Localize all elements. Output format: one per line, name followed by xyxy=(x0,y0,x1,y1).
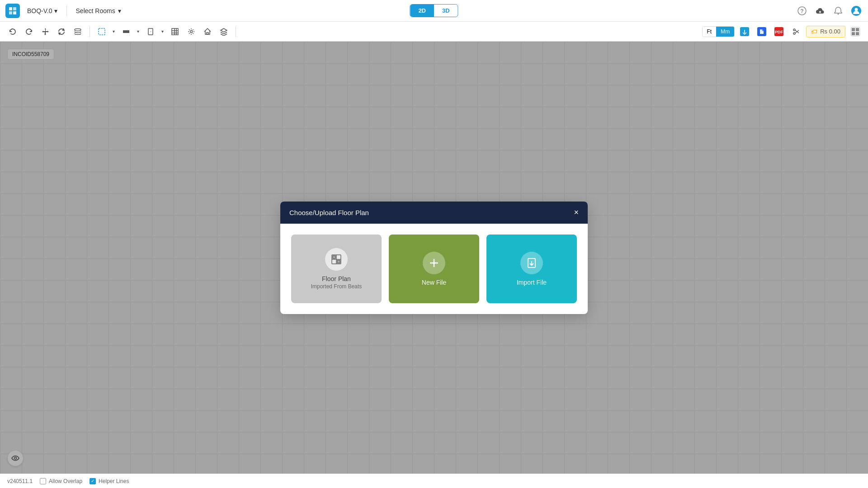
top-right-actions: ? xyxy=(796,5,863,17)
svg-point-18 xyxy=(190,30,193,33)
svg-rect-11 xyxy=(123,30,129,33)
floor-plan-card-subtitle: Imported From Beats xyxy=(311,283,362,290)
boq-selector[interactable]: BOQ-V.0 ▾ xyxy=(24,5,61,16)
helper-lines-checkbox[interactable]: Helper Lines xyxy=(90,478,129,484)
new-file-card-title: New File xyxy=(422,279,446,286)
refresh-button[interactable] xyxy=(54,24,69,39)
svg-point-24 xyxy=(793,29,795,31)
door-tool-dropdown[interactable]: ▾ xyxy=(159,24,166,39)
new-file-card[interactable]: New File xyxy=(389,235,479,303)
cost-icon: 🏷 xyxy=(811,28,817,35)
right-toolbar: Ft Mm PDF xyxy=(702,24,863,39)
svg-rect-1 xyxy=(13,7,16,10)
2d-view-button[interactable]: 2D xyxy=(410,5,434,17)
import-file-card-title: Import File xyxy=(517,279,547,286)
toolbar: ▾ ▾ ▾ xyxy=(0,22,868,42)
floor-plan-card[interactable]: Floor Plan Imported From Beats xyxy=(291,235,382,303)
select-tool-button[interactable] xyxy=(94,24,109,39)
import-file-card[interactable]: Import File xyxy=(486,235,577,303)
door-tool-button[interactable] xyxy=(143,24,158,39)
select-tool-dropdown[interactable]: ▾ xyxy=(110,24,117,39)
svg-rect-31 xyxy=(852,32,855,35)
svg-rect-38 xyxy=(337,260,340,263)
modal-body: Floor Plan Imported From Beats New File xyxy=(280,224,588,314)
cloud-icon[interactable] xyxy=(814,5,826,17)
boq-chevron-icon: ▾ xyxy=(54,7,57,14)
modal-overlay: Choose/Upload Floor Plan × xyxy=(0,42,868,474)
wall-tool-dropdown[interactable]: ▾ xyxy=(134,24,142,39)
allow-overlap-checkbox-box xyxy=(40,478,46,484)
unit-toggle: Ft Mm xyxy=(702,26,735,37)
allow-overlap-checkbox[interactable]: Allow Overlap xyxy=(40,478,82,484)
app-logo xyxy=(5,4,20,18)
modal-title: Choose/Upload Floor Plan xyxy=(289,209,369,216)
layers3d-button[interactable] xyxy=(217,24,231,39)
select-rooms-chevron-icon: ▾ xyxy=(118,7,121,14)
wall-tool-group: ▾ xyxy=(119,24,142,39)
helper-lines-checkbox-box xyxy=(90,478,96,484)
svg-rect-2 xyxy=(9,11,12,14)
svg-point-6 xyxy=(838,13,839,14)
svg-rect-3 xyxy=(13,11,16,14)
svg-rect-37 xyxy=(333,256,335,258)
notification-icon[interactable] xyxy=(832,5,844,17)
help-icon[interactable]: ? xyxy=(796,5,808,17)
import-file-card-icon xyxy=(520,252,543,274)
layers-button[interactable] xyxy=(71,24,85,39)
svg-rect-0 xyxy=(9,7,12,10)
svg-rect-19 xyxy=(207,33,208,34)
svg-text:PDF: PDF xyxy=(775,30,783,34)
svg-text:?: ? xyxy=(800,8,803,14)
svg-rect-10 xyxy=(99,28,105,35)
home-button[interactable] xyxy=(200,24,215,39)
modal-header: Choose/Upload Floor Plan × xyxy=(280,202,588,224)
canvas-area: INCOID558709 Choose/Upload Floor Plan × xyxy=(0,42,868,474)
wall-tool-button[interactable] xyxy=(119,24,133,39)
floor-plan-card-title: Floor Plan xyxy=(322,275,351,282)
svg-rect-30 xyxy=(856,28,859,31)
boq-label: BOQ-V.0 xyxy=(27,7,52,14)
grid-tool-button[interactable] xyxy=(168,24,182,39)
view-panel-button[interactable] xyxy=(848,24,863,39)
3d-view-button[interactable]: 3D xyxy=(434,5,458,17)
modal-close-button[interactable]: × xyxy=(574,208,579,217)
new-file-card-icon xyxy=(423,252,445,274)
select-tool-group: ▾ xyxy=(94,24,117,39)
svg-rect-32 xyxy=(856,32,859,35)
floor-plan-card-icon xyxy=(325,248,348,271)
separator-2 xyxy=(236,26,236,37)
helper-lines-label: Helper Lines xyxy=(99,478,129,484)
settings-button[interactable] xyxy=(184,24,198,39)
allow-overlap-label: Allow Overlap xyxy=(49,478,82,484)
select-rooms-button[interactable]: Select Rooms ▾ xyxy=(72,5,125,16)
svg-point-25 xyxy=(793,33,795,34)
redo-button[interactable] xyxy=(22,24,36,39)
svg-rect-13 xyxy=(172,28,178,35)
svg-point-9 xyxy=(75,28,81,31)
view-toggle: 2D 3D xyxy=(410,4,458,17)
divider xyxy=(66,5,67,16)
svg-rect-29 xyxy=(852,28,855,31)
undo-button[interactable] xyxy=(5,24,20,39)
export-button[interactable] xyxy=(737,24,752,39)
move-tool-button[interactable] xyxy=(38,24,52,39)
unit-mm-button[interactable]: Mm xyxy=(716,27,734,37)
unit-ft-button[interactable]: Ft xyxy=(703,27,717,37)
cost-badge[interactable]: 🏷 Rs 0.00 xyxy=(806,26,845,38)
top-bar: BOQ-V.0 ▾ Select Rooms ▾ 2D 3D ? xyxy=(0,0,868,22)
user-avatar[interactable] xyxy=(850,5,863,17)
version-label: v240511.1 xyxy=(7,478,33,484)
svg-point-8 xyxy=(855,8,858,11)
cost-value: Rs 0.00 xyxy=(820,28,840,35)
separator-1 xyxy=(90,26,90,37)
scissor-button[interactable] xyxy=(789,24,803,39)
select-rooms-label: Select Rooms xyxy=(76,7,115,14)
floor-plan-modal: Choose/Upload Floor Plan × xyxy=(280,202,588,314)
status-bar: v240511.1 Allow Overlap Helper Lines xyxy=(0,474,868,488)
door-tool-group: ▾ xyxy=(143,24,166,39)
pdf-button[interactable]: PDF xyxy=(772,24,786,39)
file-button[interactable] xyxy=(755,24,769,39)
